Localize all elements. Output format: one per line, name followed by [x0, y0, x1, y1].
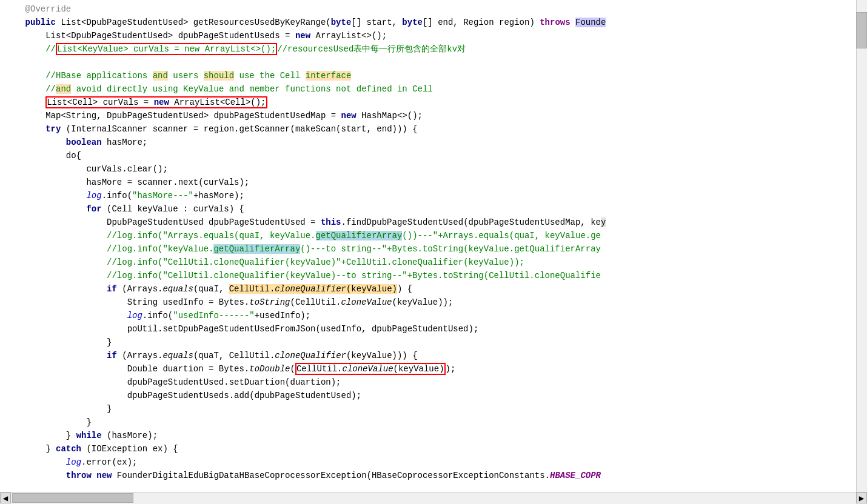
code-line-23: String usedInfo = Bytes.toString(CellUti… [0, 296, 856, 309]
code-line-21: //log.info("CellUtil.cloneQualifier(keyV… [0, 269, 856, 282]
code-line-8: List<Cell> curVals = new ArrayList<Cell>… [0, 96, 856, 109]
code-line-29: dpubPageStudentUsed.setDuartion(duartion… [0, 376, 856, 389]
code-line-3: List<DpubPageStudentUsed> dpubPageStuden… [0, 29, 856, 42]
code-line-5 [0, 56, 856, 69]
code-line-28: Double duartion = Bytes.toDouble(CellUti… [0, 362, 856, 376]
code-line-26: } [0, 336, 856, 349]
code-line-35: log.error(ex); [0, 456, 856, 469]
horizontal-scrollbar[interactable]: ◀ ▶ [0, 492, 867, 504]
code-line-17: DpubPageStudentUsed dpubPageStudentUsed … [0, 216, 856, 229]
code-line-1: @Override [0, 2, 856, 16]
code-line-9: Map<String, DpubPageStudentUsed> dpubPag… [0, 109, 856, 122]
code-line-10: try (InternalScanner scanner = region.ge… [0, 122, 856, 136]
code-line-25: poUtil.setDpubPageStudentUsedFromJSon(us… [0, 322, 856, 336]
code-line-4: //List<KeyValue> curVals = new ArrayList… [0, 42, 856, 56]
code-line-22: if (Arrays.equals(quaI, CellUtil.cloneQu… [0, 282, 856, 296]
code-line-12: do{ [0, 149, 856, 162]
code-line-33: } while (hasMore); [0, 429, 856, 442]
code-line-19: //log.info("keyValue.getQualifierArray()… [0, 242, 856, 256]
vertical-scrollbar[interactable] [856, 0, 867, 492]
code-line-13: curVals.clear(); [0, 162, 856, 176]
code-line-2: public List<DpubPageStudentUsed> getReso… [0, 16, 856, 29]
code-line-36: throw new FounderDigitalEduBigDataHBaseC… [0, 469, 856, 482]
code-editor: @Override public List<DpubPageStudentUse… [0, 0, 867, 492]
hscroll-left-arrow[interactable]: ◀ [0, 492, 11, 503]
code-line-30: dpubPageStudentUseds.add(dpubPageStudent… [0, 389, 856, 402]
scrollbar-thumb[interactable] [856, 12, 867, 48]
code-line-24: log.info("usedInfo------"+usedInfo); [0, 309, 856, 322]
code-line-7: //and avoid directly using KeyValue and … [0, 82, 856, 96]
code-line-16: for (Cell keyValue : curVals) { [0, 202, 856, 216]
code-line-20: //log.info("CellUtil.cloneQualifier(keyV… [0, 256, 856, 269]
code-line-32: } [0, 416, 856, 429]
code-line-34: } catch (IOException ex) { [0, 442, 856, 456]
code-line-15: log.info("hasMore---"+hasMore); [0, 189, 856, 202]
hscroll-thumb[interactable] [12, 493, 133, 503]
code-line-31: } [0, 402, 856, 416]
hscroll-right-arrow[interactable]: ▶ [856, 492, 867, 503]
code-line-11: boolean hasMore; [0, 136, 856, 149]
code-line-18: //log.info("Arrays.equals(quaI, keyValue… [0, 229, 856, 242]
code-line-27: if (Arrays.equals(quaT, CellUtil.cloneQu… [0, 349, 856, 362]
code-line-6: //HBase applications and users should us… [0, 69, 856, 82]
code-line-14: hasMore = scanner.next(curVals); [0, 176, 856, 189]
